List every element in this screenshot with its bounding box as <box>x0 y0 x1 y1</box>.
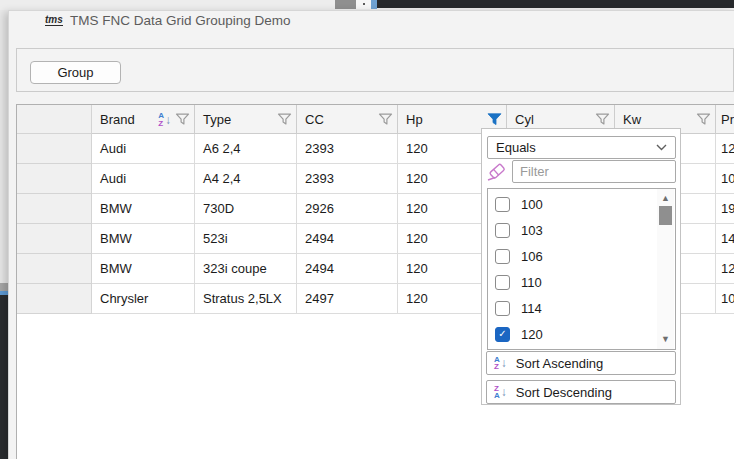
cell-cc[interactable]: 2494 <box>297 224 398 254</box>
window-title: TMS FNC Data Grid Grouping Demo <box>70 13 291 28</box>
toolbar-panel <box>16 48 734 92</box>
scroll-up-icon[interactable]: ▲ <box>657 191 674 206</box>
checkbox-unchecked[interactable] <box>495 249 510 264</box>
filter-icon[interactable] <box>277 113 292 126</box>
filter-icon[interactable] <box>696 113 711 126</box>
sort-ascending-icon: AZ ↓ <box>158 112 171 127</box>
cell-brand[interactable]: Chrysler <box>92 284 195 314</box>
cell-type[interactable]: 730D <box>195 194 297 224</box>
dot-icon <box>363 3 365 5</box>
cell-brand[interactable]: BMW <box>92 224 195 254</box>
cell-cc[interactable]: 2926 <box>297 194 398 224</box>
cell-brand[interactable]: Audi <box>92 134 195 164</box>
row-header-corner <box>17 105 92 134</box>
checkbox-unchecked[interactable] <box>495 275 510 290</box>
cell-price[interactable]: 199 <box>716 194 734 224</box>
cell-price[interactable]: 141 <box>716 224 734 254</box>
cell-price[interactable]: 105 <box>716 284 734 314</box>
cell-type[interactable]: 523i <box>195 224 297 254</box>
cell-type[interactable]: Stratus 2,5LX <box>195 284 297 314</box>
row-indicator-cell <box>17 164 92 194</box>
filter-search-input[interactable] <box>512 160 676 183</box>
sort-ascending-icon: AZ ↓ <box>494 356 507 371</box>
cell-brand[interactable]: BMW <box>92 254 195 284</box>
checkbox-unchecked[interactable] <box>495 223 510 238</box>
filter-value-option[interactable]: 114 <box>488 295 656 321</box>
chevron-down-icon <box>656 144 667 151</box>
scrollbar-thumb[interactable] <box>659 206 672 225</box>
filter-icon[interactable] <box>595 113 610 126</box>
filter-popup: Equals 100 103 106 110 114 <box>481 128 681 405</box>
filter-condition-select[interactable]: Equals <box>487 136 676 159</box>
filter-icon[interactable] <box>378 113 393 126</box>
row-indicator-cell <box>17 134 92 164</box>
filter-value-option-partial[interactable] <box>488 347 656 350</box>
checkbox-checked[interactable]: ✓ <box>495 327 510 342</box>
clear-filter-eraser-icon[interactable] <box>486 161 508 183</box>
row-indicator-cell <box>17 194 92 224</box>
sort-descending-icon: ZA ↓ <box>494 385 507 400</box>
cell-price[interactable]: 106 <box>716 164 734 194</box>
filter-value-option[interactable]: 100 <box>488 191 656 217</box>
filter-value-option[interactable]: 103 <box>488 217 656 243</box>
cell-brand[interactable]: BMW <box>92 194 195 224</box>
row-indicator-cell <box>17 284 92 314</box>
checkbox-unchecked[interactable] <box>495 197 510 212</box>
background-gray-fragment <box>0 283 8 291</box>
cell-cc[interactable]: 2497 <box>297 284 398 314</box>
cell-cc[interactable]: 2393 <box>297 164 398 194</box>
cell-price[interactable]: 128 <box>716 254 734 284</box>
cell-cc[interactable]: 2494 <box>297 254 398 284</box>
filter-value-option[interactable]: 106 <box>488 243 656 269</box>
cell-type[interactable]: A4 2,4 <box>195 164 297 194</box>
cell-brand[interactable]: Audi <box>92 164 195 194</box>
column-header-brand[interactable]: Brand AZ ↓ <box>92 105 195 134</box>
background-gray-block <box>335 0 356 9</box>
cell-price[interactable]: 127 <box>716 134 734 164</box>
filter-icon-active[interactable] <box>487 113 502 126</box>
row-indicator-cell <box>17 254 92 284</box>
filter-values-list: 100 103 106 110 114 ✓ 120 ▲ ▼ <box>487 188 676 350</box>
column-header-type[interactable]: Type <box>195 105 297 134</box>
background-dark-titlebar <box>377 0 734 8</box>
cell-type[interactable]: 323i coupe <box>195 254 297 284</box>
background-small-button <box>356 0 371 9</box>
scroll-down-icon[interactable]: ▼ <box>657 332 674 347</box>
sort-descending-button[interactable]: ZA ↓ Sort Descending <box>486 380 676 404</box>
group-button[interactable]: Group <box>30 61 121 84</box>
filter-icon[interactable] <box>175 113 190 126</box>
column-header-cc[interactable]: CC <box>297 105 398 134</box>
filter-value-option[interactable]: ✓ 120 <box>488 321 656 347</box>
checkbox-unchecked[interactable] <box>495 301 510 316</box>
column-header-price[interactable]: Price <box>716 105 734 134</box>
tms-logo: tms <box>45 14 63 26</box>
background-dark-window <box>0 295 8 459</box>
sort-ascending-button[interactable]: AZ ↓ Sort Ascending <box>486 351 676 375</box>
filter-value-option[interactable]: 110 <box>488 269 656 295</box>
row-indicator-cell <box>17 224 92 254</box>
cell-type[interactable]: A6 2,4 <box>195 134 297 164</box>
cell-cc[interactable]: 2393 <box>297 134 398 164</box>
scrollbar[interactable]: ▲ ▼ <box>657 189 674 349</box>
